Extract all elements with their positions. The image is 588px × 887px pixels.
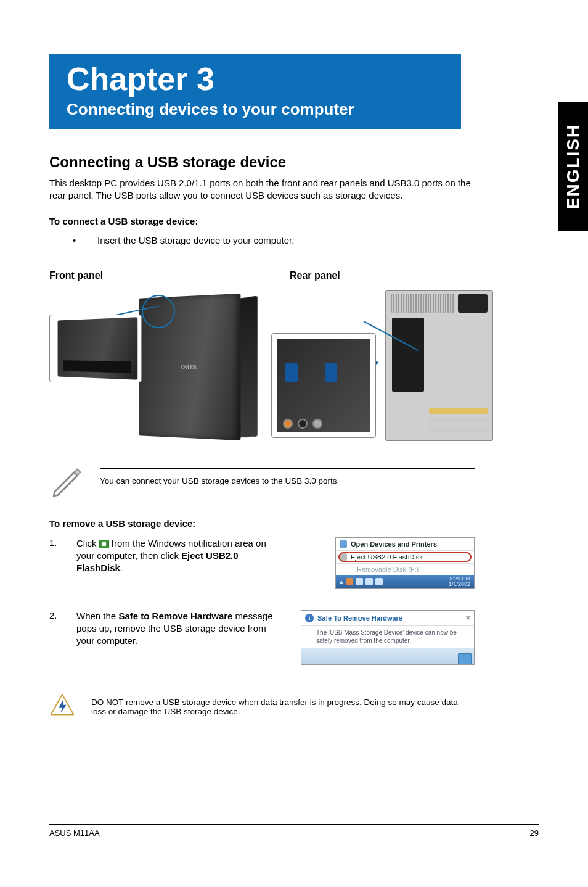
balloon-footer [301, 648, 474, 664]
audio-jack-icon [298, 419, 308, 429]
expansion-slot [429, 417, 488, 423]
front-inset-image [49, 315, 142, 382]
rear-inset-image [271, 333, 376, 438]
note-block-usb3: You can connect your USB storage devices… [49, 463, 475, 500]
step-body: When the Safe to Remove Hardware message… [76, 610, 286, 665]
audio-jack-row [283, 419, 322, 429]
rear-grille [391, 294, 455, 313]
rear-panel-column: Rear panel [271, 270, 493, 444]
lightning-warning-icon [49, 693, 75, 721]
note-content: You can connect your USB storage devices… [100, 464, 475, 497]
step-screenshot-wrap: Open Devices and Printers Eject USB2.0 F… [286, 537, 475, 589]
page: ENGLISH Chapter 3 Connecting devices to … [0, 0, 588, 887]
front-inset-panel [58, 317, 138, 379]
devices-printers-icon [340, 540, 347, 548]
tray-volume-icon[interactable] [356, 578, 363, 585]
remove-steps: 1. Click from the Windows notification a… [49, 537, 475, 665]
step-body: Click from the Windows notification area… [76, 537, 286, 589]
taskbar-clock: 8:29 PM 1/1/2002 [449, 576, 470, 587]
warning-block: DO NOT remove a USB storage device when … [49, 686, 475, 728]
step-number: 1. [49, 537, 76, 589]
step-text: . [120, 563, 123, 573]
rear-panel-image [271, 290, 493, 444]
tray-icon[interactable] [346, 578, 353, 585]
warning-content: DO NOT remove a USB storage device when … [91, 686, 475, 728]
usb-port-icon [285, 363, 298, 382]
safe-to-remove-balloon: i Safe To Remove Hardware ✕ The 'USB Mas… [301, 610, 475, 665]
usb-port-icon [325, 363, 337, 382]
tray-flag-icon[interactable] [365, 578, 373, 585]
front-panel-column: Front panel /SUS [49, 270, 247, 444]
chapter-subtitle: Connecting devices to your computer [67, 100, 444, 119]
connect-bullet-text: Insert the USB storage device to your co… [97, 235, 294, 245]
balloon-title: Safe To Remove Hardware [317, 614, 402, 622]
connect-procedure-title: To connect a USB storage device: [49, 216, 475, 226]
step-text: Click [76, 538, 99, 548]
taskbar: ▴ 8:29 PM 1/1/2002 [336, 575, 474, 588]
remove-procedure-title: To remove a USB storage device: [49, 518, 475, 529]
footer-page-number: 29 [530, 828, 539, 838]
menu-label: Eject USB2.0 FlashDisk [351, 553, 423, 561]
step-row: 2. When the Safe to Remove Hardware mess… [49, 610, 475, 665]
step-number: 2. [49, 610, 76, 665]
panel-images-row: Front panel /SUS Rear panel [49, 270, 475, 444]
balloon-titlebar: i Safe To Remove Hardware ✕ [301, 611, 474, 626]
menu-label: Open Devices and Printers [351, 540, 437, 548]
page-footer: ASUS M11AA 29 [49, 824, 539, 838]
menu-item-open-devices[interactable]: Open Devices and Printers [336, 538, 474, 551]
menu-subitem-removable-disk: Removable Disk (F:) [336, 564, 474, 575]
clock-date: 1/1/2002 [449, 582, 470, 587]
psu [458, 294, 488, 313]
audio-jack-icon [312, 419, 322, 429]
step-screenshot-wrap: i Safe To Remove Hardware ✕ The 'USB Mas… [286, 610, 475, 665]
step-row: 1. Click from the Windows notification a… [49, 537, 475, 589]
tray-separator: ▴ [340, 577, 343, 585]
taskbar-tab [458, 653, 472, 664]
rear-panel-label: Rear panel [271, 270, 493, 281]
step-bold: Safe to Remove Hardware [118, 611, 232, 621]
balloon-close-button[interactable]: ✕ [465, 614, 470, 621]
section-heading: Connecting a USB storage device [49, 154, 475, 171]
menu-item-eject-flashdisk[interactable]: Eject USB2.0 FlashDisk [336, 551, 474, 564]
info-icon: i [305, 614, 314, 622]
section-intro: This desktop PC provides USB 2.0/1.1 por… [49, 177, 475, 202]
language-tab: ENGLISH [558, 102, 588, 231]
expansion-slot [429, 408, 488, 414]
front-panel-label: Front panel [49, 270, 247, 281]
warning-text: DO NOT remove a USB storage device when … [91, 694, 475, 720]
footer-model: ASUS M11AA [49, 828, 100, 838]
balloon-body: The 'USB Mass Storage Device' device can… [301, 626, 474, 648]
bullet-dot: • [73, 235, 97, 245]
chapter-title: Chapter 3 [67, 60, 444, 97]
connect-bullet-row: • Insert the USB storage device to your … [49, 235, 475, 245]
chapter-banner: Chapter 3 Connecting devices to your com… [49, 54, 461, 129]
expansion-slot [429, 426, 488, 432]
pen-note-icon [49, 463, 84, 500]
eject-menu-screenshot: Open Devices and Printers Eject USB2.0 F… [335, 537, 475, 589]
tray-network-icon[interactable] [375, 578, 383, 585]
language-tab-label: ENGLISH [563, 124, 583, 209]
audio-jack-icon [283, 419, 293, 429]
front-panel-image: /SUS [49, 290, 247, 441]
step-text: When the [76, 611, 118, 621]
note-text: You can connect your USB storage devices… [100, 472, 475, 489]
pc-tower-rear [385, 290, 493, 441]
callout-circle [142, 295, 175, 328]
io-plate [392, 318, 424, 392]
safely-remove-tray-icon [99, 540, 109, 548]
content: Connecting a USB storage device This des… [49, 154, 475, 728]
asus-logo: /SUS [181, 363, 197, 370]
drive-icon [340, 553, 347, 561]
